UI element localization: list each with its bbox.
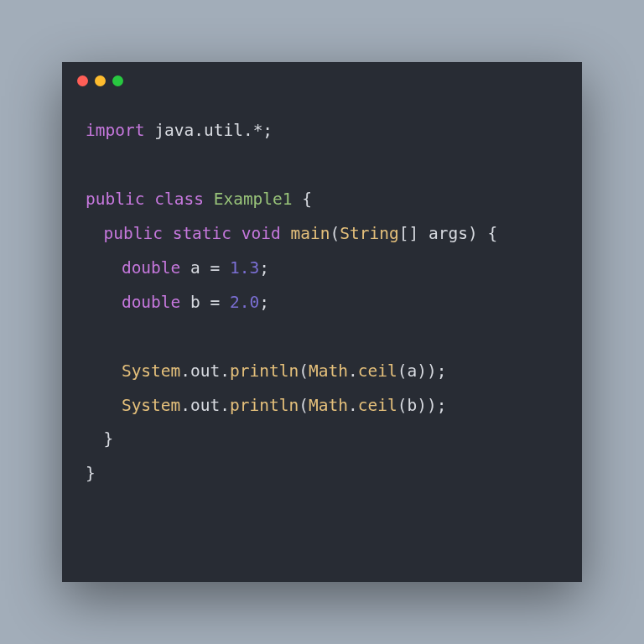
code-token: . (220, 361, 230, 381)
code-token: ) { (468, 224, 497, 243)
code-token: (b)); (397, 396, 447, 415)
code-token (220, 293, 230, 312)
close-icon[interactable] (77, 75, 88, 86)
code-line: System.out.println(Math.ceil(a)); (86, 355, 558, 389)
code-token: args (428, 224, 468, 243)
code-token (231, 224, 242, 243)
code-token: out (190, 361, 220, 381)
code-token: a (180, 258, 210, 278)
code-token: { (293, 190, 312, 209)
code-token: double (122, 258, 180, 278)
code-token: } (86, 464, 96, 483)
code-token: } (103, 429, 113, 449)
code-token (281, 224, 291, 243)
code-token: 1.3 (230, 258, 259, 278)
code-token: ceil (358, 361, 397, 381)
code-token: . (180, 396, 190, 415)
code-token: static (173, 224, 231, 243)
minimize-icon[interactable] (95, 75, 106, 86)
code-token: System (122, 361, 180, 381)
zoom-icon[interactable] (112, 75, 123, 86)
code-line (86, 320, 558, 355)
code-line (86, 148, 558, 183)
code-line: } (86, 457, 558, 491)
code-token: public (86, 190, 144, 209)
code-token: class (154, 190, 204, 209)
code-token: Math (309, 396, 348, 415)
code-token: util (204, 121, 243, 140)
code-token: = (210, 293, 221, 312)
code-token: .*; (243, 121, 273, 140)
code-token: String (340, 224, 398, 243)
code-token: ( (299, 361, 309, 381)
code-token: ( (299, 396, 309, 415)
code-token: public (103, 224, 162, 243)
code-token: b (180, 293, 210, 312)
code-token (163, 224, 173, 243)
code-token: ; (259, 258, 269, 278)
code-token: void (242, 224, 281, 243)
code-token: out (190, 396, 220, 415)
code-token: Math (309, 361, 348, 381)
code-window: import java.util.*; public class Example… (62, 62, 582, 582)
code-token: [] (399, 224, 428, 243)
code-token: . (348, 361, 358, 381)
code-token: = (210, 258, 221, 278)
code-token: double (122, 293, 180, 312)
code-token: . (348, 396, 358, 415)
code-token: 2.0 (230, 293, 259, 312)
code-line: public class Example1 { (86, 183, 558, 217)
code-token (220, 258, 230, 278)
code-token: (a)); (397, 361, 447, 381)
code-token: ( (330, 224, 340, 243)
code-token: . (220, 396, 230, 415)
code-line: double a = 1.3; (86, 252, 558, 286)
code-token (144, 121, 154, 140)
code-token (144, 190, 154, 209)
code-line: System.out.println(Math.ceil(b)); (86, 389, 558, 423)
code-token: import (86, 121, 144, 140)
code-token: . (194, 121, 204, 140)
code-token: Example1 (214, 190, 293, 209)
code-token: System (122, 396, 180, 415)
code-area: import java.util.*; public class Example… (62, 99, 582, 582)
code-token: println (230, 361, 299, 381)
code-token (204, 190, 214, 209)
code-line: public static void main(String[] args) { (86, 217, 558, 252)
code-token: main (291, 224, 330, 243)
titlebar (62, 62, 582, 99)
code-token: java (154, 121, 194, 140)
code-line: import java.util.*; (86, 114, 558, 148)
code-token: ; (259, 293, 269, 312)
code-token: . (180, 361, 190, 381)
code-line: double b = 2.0; (86, 286, 558, 320)
code-token: ceil (358, 396, 397, 415)
code-token: println (230, 396, 299, 415)
code-line: } (86, 423, 558, 457)
